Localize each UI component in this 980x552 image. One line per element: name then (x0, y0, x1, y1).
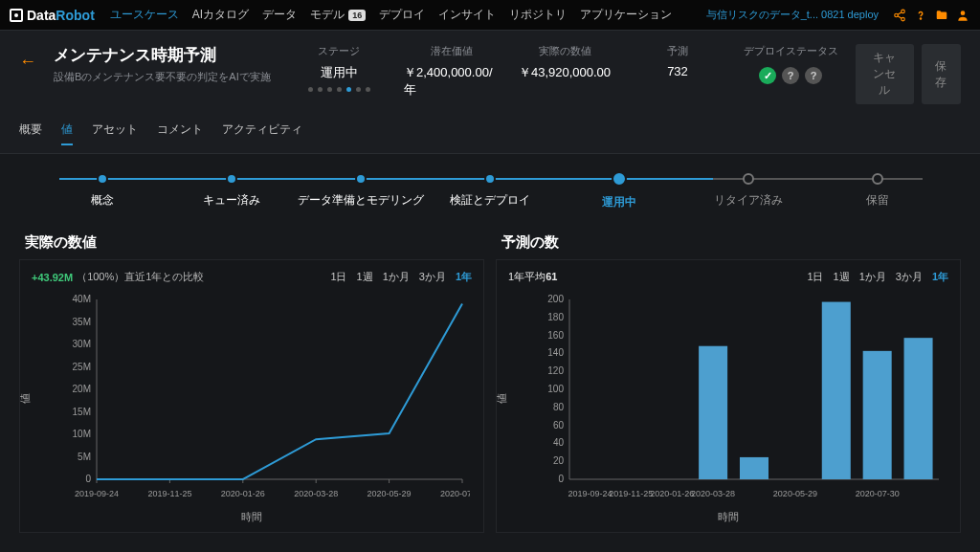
range-option[interactable]: 3か月 (896, 270, 923, 284)
step[interactable]: 検証とデプロイ (426, 173, 555, 209)
svg-point-6 (961, 11, 966, 15)
line-chart: 05M10M15M20M25M30M35M40M2019-09-242019-1… (58, 292, 470, 502)
nav-item[interactable]: リポジトリ (509, 7, 567, 23)
delta-note: （100%）直近1年との比較 (77, 270, 204, 284)
metric-deploy-status: デプロイステータス ✓ ? ? (743, 44, 838, 84)
step[interactable]: キュー済み (167, 173, 297, 209)
svg-text:2020-03-28: 2020-03-28 (691, 489, 735, 498)
step-dot-icon (97, 173, 108, 185)
svg-text:2020-01-26: 2020-01-26 (221, 489, 265, 498)
left-panel-title: 実際の数値 (25, 233, 484, 252)
nav-item[interactable]: ユースケース (110, 7, 179, 23)
metric-value: 運用中 (321, 64, 358, 81)
step-label: キュー済み (203, 192, 260, 209)
nav-item[interactable]: AIカタログ (192, 7, 249, 23)
svg-text:80: 80 (553, 402, 565, 412)
right-panel-title: 予測の数 (501, 233, 961, 252)
cancel-button[interactable]: キャンセル (856, 44, 914, 104)
metric-pred: 予測 732 (630, 44, 725, 78)
step-label: データ準備とモデリング (298, 192, 424, 209)
stage-stepper: 概念キュー済みデータ準備とモデリング検証とデプロイ運用中リタイア済み保留 (0, 154, 980, 224)
subtab-アクティビティ[interactable]: アクティビティ (222, 121, 302, 145)
nav-item[interactable]: インサイト (438, 7, 496, 23)
subtab-コメント[interactable]: コメント (157, 121, 203, 145)
status-unknown-icon: ? (782, 67, 799, 84)
y-axis-label: 値 (495, 393, 509, 404)
range-option[interactable]: 1か月 (383, 270, 410, 284)
range-option[interactable]: 1日 (330, 270, 346, 284)
metric-label: デプロイステータス (744, 44, 838, 58)
svg-text:120: 120 (547, 365, 564, 376)
step-dot-icon (612, 171, 627, 187)
y-axis-label: 値 (18, 393, 33, 404)
step-dot-icon (355, 173, 367, 185)
page-header: ← メンテナンス時期予測 設備Bのメンテナンス要不要の判定をAIで実施 ステージ… (0, 31, 980, 114)
metric-label: 実際の数値 (539, 44, 591, 58)
step[interactable]: リタイア済み (683, 173, 813, 209)
nav-badge: 16 (348, 10, 366, 21)
range-option[interactable]: 1か月 (859, 270, 886, 284)
nav-item[interactable]: アプリケーション (580, 7, 672, 23)
svg-text:2019-11-25: 2019-11-25 (147, 489, 191, 498)
delta-value: +43.92M (32, 272, 73, 283)
svg-text:40M: 40M (73, 294, 91, 304)
x-axis-label: 時間 (497, 508, 960, 532)
logo[interactable]: DataRobot (10, 8, 95, 23)
status-ok-icon: ✓ (759, 67, 776, 84)
range-option[interactable]: 1週 (834, 270, 850, 284)
nav-item[interactable]: データ (262, 7, 297, 23)
breadcrumb[interactable]: 与信リスクのデータ_t... 0821 deploy (706, 8, 879, 22)
svg-rect-48 (740, 457, 768, 479)
share-icon[interactable] (892, 8, 907, 23)
step-dot-icon (226, 173, 237, 185)
metric-actual: 実際の数値 ￥43,920,000.00 (517, 44, 612, 81)
svg-text:160: 160 (547, 330, 564, 341)
subtab-値[interactable]: 値 (61, 121, 73, 145)
metric-value: ￥2,400,000.00/年 (404, 64, 500, 99)
step-label: 保留 (866, 192, 889, 209)
subtab-アセット[interactable]: アセット (92, 121, 138, 145)
metric-value: ￥43,920,000.00 (519, 64, 611, 81)
save-button[interactable]: 保存 (922, 44, 961, 104)
svg-text:2020-05-29: 2020-05-29 (368, 489, 412, 498)
svg-line-3 (898, 11, 902, 13)
nav-items: ユースケースAIカタログデータモデル16デプロイインサイトリポジトリアプリケーシ… (110, 7, 672, 23)
logo-text-data: Data (27, 8, 56, 23)
svg-point-2 (902, 17, 905, 21)
range-option[interactable]: 1年 (456, 270, 472, 284)
step-label: リタイア済み (714, 192, 783, 209)
svg-point-0 (902, 10, 905, 12)
svg-text:200: 200 (547, 294, 564, 304)
nav-item[interactable]: モデル16 (310, 7, 366, 23)
step[interactable]: データ準備とモデリング (297, 173, 426, 209)
svg-text:2019-09-24: 2019-09-24 (568, 489, 612, 498)
step[interactable]: 保留 (813, 173, 942, 209)
range-option[interactable]: 1週 (357, 270, 373, 284)
subtab-概要[interactable]: 概要 (19, 121, 42, 145)
step[interactable]: 概念 (38, 173, 167, 209)
metric-label: ステージ (318, 44, 360, 58)
range-selector: 1日1週1か月3か月1年 (330, 270, 472, 284)
range-option[interactable]: 1年 (932, 270, 948, 284)
user-icon[interactable] (955, 8, 970, 23)
status-unknown-icon: ? (805, 67, 822, 84)
panel-actual-value: +43.92M （100%）直近1年との比較 1日1週1か月3か月1年 値 05… (19, 259, 484, 533)
svg-text:30M: 30M (73, 339, 91, 349)
svg-text:2020-05-29: 2020-05-29 (773, 489, 817, 498)
svg-text:60: 60 (553, 420, 565, 431)
range-option[interactable]: 3か月 (419, 270, 446, 284)
svg-text:5M: 5M (78, 452, 91, 462)
stage-dots (308, 87, 370, 92)
range-option[interactable]: 1日 (807, 270, 823, 284)
folder-icon[interactable] (934, 8, 949, 23)
range-selector: 1日1週1か月3か月1年 (807, 270, 948, 284)
back-arrow-icon[interactable]: ← (19, 52, 36, 72)
nav-item[interactable]: デプロイ (379, 7, 425, 23)
svg-text:15M: 15M (73, 407, 91, 417)
svg-line-4 (898, 15, 902, 17)
svg-text:2019-09-24: 2019-09-24 (75, 489, 119, 498)
svg-text:0: 0 (558, 474, 564, 484)
help-icon[interactable] (913, 8, 928, 23)
step[interactable]: 運用中 (554, 171, 683, 210)
step-dot-icon (484, 173, 496, 185)
